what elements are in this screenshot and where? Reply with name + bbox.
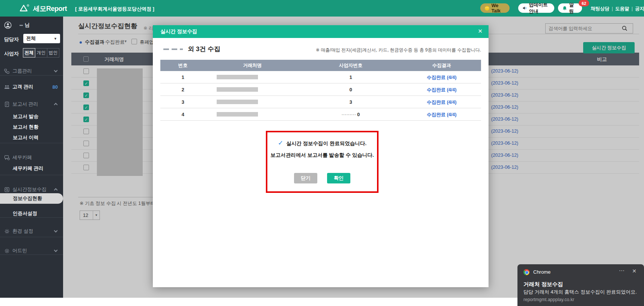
sidebar-user: 님 (0, 21, 63, 29)
chevron-down-icon (54, 229, 58, 233)
link-notice[interactable]: 공지사항 (635, 6, 644, 11)
col-business-number: 사업자번호 (299, 62, 402, 69)
report-icon (4, 101, 10, 107)
gear-icon (4, 229, 10, 234)
business-number-tail: 0 (357, 112, 360, 117)
alarm-count-badge: 62 (579, 0, 589, 6)
close-button[interactable]: 닫기 (294, 173, 317, 183)
sidebar-item-cert-setting[interactable]: 인증서설정 (0, 209, 63, 218)
sidebar-divider (0, 75, 63, 76)
row-business-number: ·········0 (299, 112, 402, 117)
sidebar-item-report-history[interactable]: 보고서 이력 (0, 133, 63, 142)
business-number-tail: 3 (349, 99, 352, 105)
chrome-logo-icon (523, 269, 529, 275)
sidebar-item-customer-mgmt[interactable]: 고객 관리 80 (0, 83, 63, 91)
close-icon[interactable]: ✕ (632, 268, 636, 274)
sidebar-divider (0, 237, 63, 237)
chrome-notification[interactable]: Chrome ⋯ ✕ 거래처 정보수집 담당 거래처 4개의 홈택스 정보수집이… (517, 264, 644, 306)
notification-source: reportmgmt.appplay.co.kr (523, 297, 574, 302)
alarm-label: 알림 (569, 2, 578, 15)
office-name: [ 로움세무회계서울영등포당산역점 ] (75, 6, 154, 12)
col-collect-result: 수집결과 (402, 62, 481, 69)
sidebar-item-report-mgmt[interactable]: 보고서 관리 (0, 100, 63, 108)
manager-select-value: 전체 (26, 35, 36, 42)
row-client-name (205, 112, 299, 117)
collect-status-label: 정보수집현황 (0, 195, 42, 202)
chevron-up-icon (54, 103, 58, 107)
sidebar-divider (0, 217, 63, 218)
modal-table-row: 4 ·········0 수집완료 (4/4) (160, 108, 481, 121)
sidebar-item-tax-cafe-mgmt[interactable]: 세무카페 관리 (0, 164, 63, 173)
alert-line2: 보고서관리에서 보고서를 발송할 수 있습니다. (267, 152, 377, 159)
link-chat-support[interactable]: 채팅상담 (591, 6, 609, 11)
modal-header: 실시간 정보수집 ✕ (153, 25, 489, 38)
sidebar-item-report-send[interactable]: 보고서 발송 (0, 112, 63, 121)
link-help[interactable]: 도움말 (615, 6, 629, 11)
tax-cafe-mgmt-label: 세무카페 관리 (0, 165, 44, 172)
sidebar-item-admin[interactable]: 어드민 (0, 247, 63, 255)
top-header: R 세모Report [ 로움세무회계서울영등포당산역점 ] ··· We Ta… (0, 0, 644, 17)
sidebar-divider (0, 143, 63, 143)
business-option-individual[interactable]: 개인 (35, 48, 47, 58)
bell-icon (563, 6, 567, 11)
env-setting-label: 환경 설정 (12, 228, 33, 235)
row-business-number: 1 (299, 74, 402, 80)
confirm-button[interactable]: 확인 (327, 173, 350, 183)
business-segmented: 전체 개인 법인 (23, 48, 59, 58)
speaker-icon (523, 6, 527, 11)
chevron-down-icon (54, 248, 58, 252)
report-status-label: 보고서 현황 (0, 124, 39, 130)
close-icon[interactable]: ✕ (478, 28, 483, 35)
notification-title: 거래처 정보수집 (523, 281, 563, 288)
we-talk-button[interactable]: ··· We Talk (480, 3, 510, 13)
business-filter-row: 사업자 전체 개인 법인 (0, 50, 63, 58)
row-result: 수집완료 (4/4) (402, 74, 481, 81)
update-notice-button[interactable]: 업데이트 안내 (518, 3, 554, 13)
row-business-number: 0 (299, 87, 402, 92)
top-links: 채팅상담|도움말|공지사항 (591, 6, 644, 12)
collect-complete-link[interactable]: 수집완료 (4/4) (427, 100, 456, 105)
sidebar-item-report-status[interactable]: 보고서 현황 (0, 123, 63, 131)
modal-info-note: ※ 매출/매입 전자(세금)계산서, 카드, 현금영수증 등 총 9종의 데이터… (316, 47, 481, 53)
more-icon[interactable]: ⋯ (619, 267, 624, 274)
manager-select[interactable]: 전체 ▼ (23, 34, 60, 43)
sidebar-item-collect-status-active[interactable]: 정보수집현황 (0, 193, 63, 204)
realtime-collect-modal: 실시간 정보수집 ✕ 외 3건 수집 ※ 매출/매입 전자(세금)계산서, 카드… (153, 25, 489, 287)
business-option-corporate[interactable]: 법인 (47, 48, 59, 58)
group-icon (4, 68, 10, 74)
row-business-number: 3 (299, 99, 402, 105)
modal-table-header: 번호 거래처명 사업자번호 수집결과 (160, 60, 481, 71)
alarm-button[interactable]: 알림 (558, 3, 582, 13)
customer-mgmt-label: 고객 관리 (12, 83, 33, 90)
modal-table-row: 3 3 수집완료 (4/4) (160, 96, 481, 108)
modal-table: 번호 거래처명 사업자번호 수집결과 1 1 수집완료 (4/4) 2 (160, 60, 481, 121)
sidebar-item-group-mgmt[interactable]: 그룹관리 (0, 67, 63, 75)
col-client-name: 거래처명 (205, 62, 299, 69)
completion-alert-box: ✓실시간 정보수집이 완료되었습니다. 보고서관리에서 보고서를 발송할 수 있… (266, 131, 379, 193)
sidebar-item-tax-cafe[interactable]: 세무카페 (0, 153, 63, 162)
sidebar-item-realtime-collect[interactable]: 실시간정보수집 (0, 185, 63, 194)
group-mgmt-label: 그룹관리 (12, 68, 32, 74)
notification-app-name: Chrome (533, 269, 550, 275)
alert-buttons: 닫기 확인 (267, 173, 377, 183)
collect-complete-link[interactable]: 수집완료 (4/4) (427, 75, 456, 80)
collect-complete-link[interactable]: 수집완료 (4/4) (427, 112, 456, 117)
sidebar-item-env-setting[interactable]: 환경 설정 (0, 227, 63, 235)
collect-complete-link[interactable]: 수집완료 (4/4) (427, 87, 456, 92)
business-option-all[interactable]: 전체 (23, 48, 35, 58)
tax-cafe-icon (4, 155, 10, 161)
app-logo-text[interactable]: 세모Report (33, 4, 67, 13)
we-talk-label: We Talk (492, 3, 505, 14)
collect-icon (4, 187, 10, 192)
redacted-company-name (180, 48, 183, 50)
row-number: 2 (160, 87, 205, 92)
business-label: 사업자 (0, 50, 19, 57)
sidebar-divider (0, 254, 63, 255)
redacted-client-name (217, 100, 258, 104)
caret-down-icon: ▼ (54, 37, 57, 41)
chevron-up-icon (54, 188, 58, 192)
row-client-name (205, 100, 299, 104)
redacted-user-name (20, 25, 23, 26)
speech-bubble-icon: ··· (485, 6, 489, 11)
gear-icon (4, 248, 10, 254)
